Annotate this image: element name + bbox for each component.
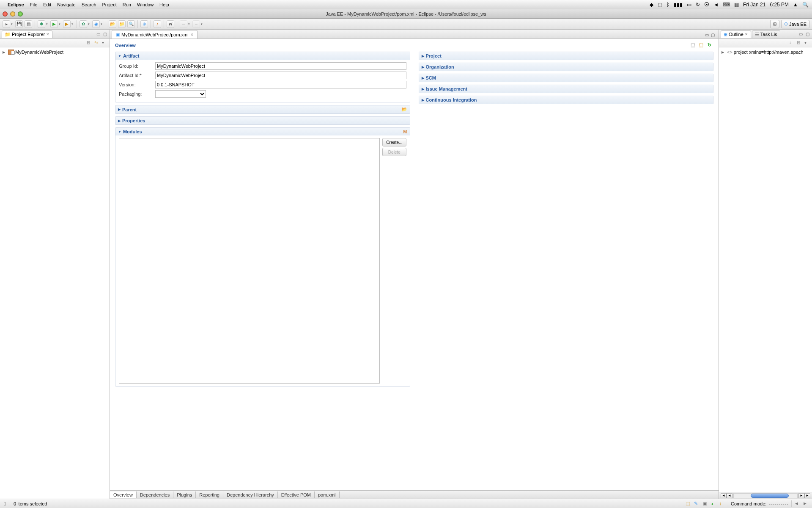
minimize-icon[interactable]: ▭ [95, 31, 101, 37]
section-header[interactable]: ▼ Modules M [115, 128, 410, 135]
dropdown-icon[interactable]: ▾ [71, 22, 73, 26]
trim-icon[interactable]: ▯ [3, 501, 9, 507]
close-icon[interactable]: ✕ [745, 32, 748, 36]
sort-icon[interactable]: ↕ [789, 40, 795, 46]
section-header[interactable]: ▶ Issue Management [419, 85, 713, 93]
project-explorer-tab[interactable]: 📁 Project Explorer ✕ [2, 30, 52, 38]
dropdown-icon[interactable]: ▾ [88, 22, 90, 26]
vi-button[interactable]: vi [167, 20, 174, 28]
menu-run[interactable]: Run [123, 2, 131, 7]
sb-nav-left-icon[interactable]: ◄ [794, 501, 800, 507]
ebtab-plugins[interactable]: Plugins [173, 491, 196, 498]
menu-window[interactable]: Window [137, 2, 154, 7]
ebtab-dependencies[interactable]: Dependencies [137, 491, 173, 498]
folder-icon[interactable]: 📂 [401, 107, 407, 112]
sb-icon2[interactable]: ✎ [694, 501, 700, 507]
display-icon[interactable]: ▭ [687, 2, 691, 8]
outline-tree[interactable]: ▶ <> project xmlns=http://maven.apach [719, 47, 812, 492]
maximize-icon[interactable]: ▢ [711, 33, 717, 39]
group-id-input[interactable] [155, 62, 406, 70]
ebtab-effective-pom[interactable]: Effective POM [278, 491, 315, 498]
section-header[interactable]: ▶ Project [419, 52, 713, 60]
refresh-icon[interactable]: ↻ [708, 42, 713, 48]
bluetooth-icon[interactable]: ᛒ [667, 2, 669, 8]
dropdown-icon[interactable]: ▾ [59, 22, 60, 26]
expand-icon[interactable]: ▶ [3, 50, 7, 54]
app-name[interactable]: Eclipse [8, 2, 24, 7]
sb-icon5[interactable]: ↓ [719, 501, 725, 507]
run-last-button[interactable]: ▶ [63, 20, 71, 28]
timemachine-icon[interactable]: ↻ [696, 2, 700, 8]
annotation-button[interactable]: ♪ [154, 20, 161, 28]
view-menu-icon[interactable]: ▾ [804, 40, 810, 46]
scroll-thumb[interactable] [751, 494, 789, 498]
outline-root[interactable]: ▶ <> project xmlns=http://maven.apach [721, 49, 810, 55]
scroll-track[interactable] [733, 493, 798, 498]
maximize-icon[interactable]: ▢ [102, 31, 108, 37]
dropbox-icon[interactable]: ⬚ [658, 2, 662, 8]
menubar-time[interactable]: 6:25 PM [770, 2, 789, 8]
minimize-icon[interactable]: ▭ [705, 33, 711, 39]
section-header[interactable]: ▶ Continuous Integration [419, 96, 713, 104]
link-editor-icon[interactable]: ⇆ [94, 40, 100, 46]
ebtab-reporting[interactable]: Reporting [196, 491, 223, 498]
version-input[interactable] [155, 81, 406, 88]
tasklist-tab[interactable]: ☰ Task Lis [752, 30, 780, 38]
new-jpa-button[interactable]: ◉ [92, 20, 100, 28]
menu-navigate[interactable]: Navigate [57, 2, 75, 7]
close-icon[interactable]: ✕ [46, 32, 49, 36]
save-all-button[interactable]: ▤ [25, 20, 32, 28]
parent-icon[interactable]: ⬚ [691, 42, 697, 48]
collapse-all-icon[interactable]: ⊟ [87, 40, 93, 46]
menu-project[interactable]: Project [102, 2, 117, 7]
close-icon[interactable]: ✕ [190, 33, 194, 37]
ebtab-dep-hierarchy[interactable]: Dependency Hierarchy [223, 491, 278, 498]
menu-search[interactable]: Search [82, 2, 96, 7]
maximize-icon[interactable]: ▢ [804, 31, 810, 37]
sb-nav-right-icon[interactable]: ► [803, 501, 809, 507]
debug-button[interactable]: ✱ [38, 20, 45, 28]
section-header[interactable]: ▶ Properties [115, 117, 410, 124]
project-tree-item[interactable]: ▶ MyDynamicWebProject [2, 49, 108, 55]
scroll-left2-icon[interactable]: ◄ [727, 493, 732, 498]
sb-icon3[interactable]: ▣ [702, 501, 708, 507]
expand-icon[interactable]: ▶ [721, 50, 726, 54]
section-header[interactable]: ▶ SCM [419, 74, 713, 82]
scroll-right-icon[interactable]: ► [798, 493, 804, 498]
save-button[interactable]: 💾 [15, 20, 23, 28]
outline-tab[interactable]: ⊞ Outline ✕ [721, 30, 751, 38]
javaee-perspective-button[interactable]: ⊕Java EE [781, 20, 809, 28]
create-module-button[interactable]: Create... [382, 138, 406, 146]
zoom-window-icon[interactable] [18, 11, 23, 17]
dropdown-icon[interactable]: ▾ [188, 22, 190, 26]
dropdown-icon[interactable]: ▾ [46, 22, 48, 26]
open-task-button[interactable]: 📁 [118, 20, 126, 28]
filter-icon[interactable]: ⊟ [797, 40, 803, 46]
search-button[interactable]: 🔍 [127, 20, 135, 28]
open-perspective-button[interactable]: ⊞ [770, 20, 779, 28]
fastuser-icon[interactable]: ▲ [793, 2, 798, 8]
battery-icon[interactable]: ▮▮▮ [674, 2, 683, 8]
sb-icon4[interactable]: ⬥ [711, 501, 717, 507]
module-icon[interactable]: M [403, 129, 407, 134]
ebtab-overview[interactable]: Overview [110, 491, 137, 498]
modules-list[interactable] [119, 138, 380, 384]
back-button[interactable]: ← [180, 20, 187, 28]
wifi-icon[interactable]: ⦿ [704, 2, 709, 8]
menu-help[interactable]: Help [159, 2, 169, 7]
menu-file[interactable]: File [30, 2, 38, 7]
section-header[interactable]: ▼ Artifact [115, 52, 410, 60]
view-menu-icon[interactable]: ▾ [102, 40, 108, 46]
print-button[interactable]: ⊕ [140, 20, 148, 28]
scroll-right2-icon[interactable]: ► [804, 493, 810, 498]
dropdown-icon[interactable]: ▾ [101, 22, 102, 26]
dropdown-icon[interactable]: ▾ [201, 22, 203, 26]
ebtab-pomxml[interactable]: pom.xml [315, 491, 340, 498]
close-window-icon[interactable] [3, 11, 8, 17]
minimize-icon[interactable]: ▭ [798, 31, 804, 37]
new-server-button[interactable]: ✿ [80, 20, 87, 28]
open-type-button[interactable]: 📂 [109, 20, 116, 28]
effective-icon[interactable]: ⬚ [699, 42, 705, 48]
menubar-date[interactable]: Fri Jan 21 [743, 2, 765, 8]
editor-tab-pom[interactable]: ▣ MyDynamicWebProject/pom.xml ✕ [112, 30, 198, 39]
